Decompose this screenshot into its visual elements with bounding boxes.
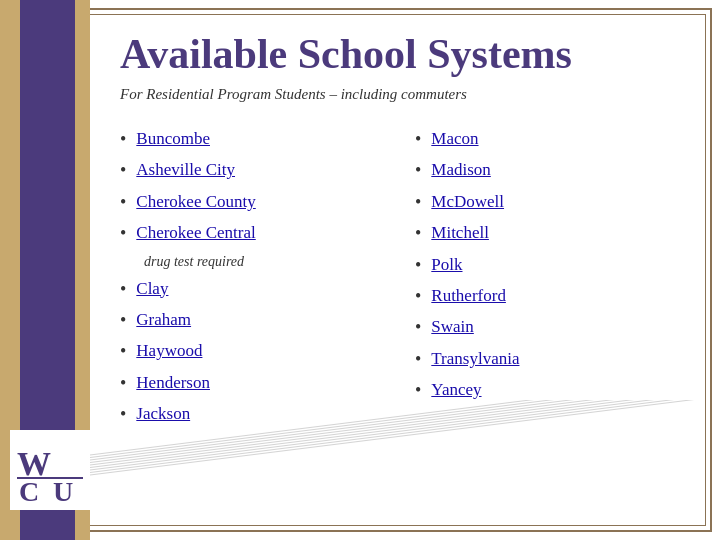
list-item: • Transylvania (415, 348, 690, 371)
bullet-icon: • (415, 159, 421, 182)
right-column: • Macon • Madison • McDowell • Mitchell … (405, 128, 690, 435)
yancey-link[interactable]: Yancey (431, 379, 481, 401)
bullet-icon: • (415, 379, 421, 402)
list-item: • Polk (415, 254, 690, 277)
macon-link[interactable]: Macon (431, 128, 478, 150)
bullet-icon: • (415, 285, 421, 308)
list-item: • Asheville City (120, 159, 395, 182)
haywood-link[interactable]: Haywood (136, 340, 202, 362)
subtitle: For Residential Program Students – inclu… (120, 86, 690, 103)
list-item: • Rutherford (415, 285, 690, 308)
cherokee-central-link[interactable]: Cherokee Central (136, 222, 255, 244)
clay-link[interactable]: Clay (136, 278, 168, 300)
list-item: • Swain (415, 316, 690, 339)
bullet-icon: • (120, 222, 126, 245)
bullet-icon: • (415, 191, 421, 214)
list-item: • Jackson (120, 403, 395, 426)
bullet-icon: • (415, 222, 421, 245)
bottom-list-group: • Clay • Graham • Haywood • Henderson • (120, 278, 395, 427)
bullet-icon: • (120, 403, 126, 426)
bullet-icon: • (415, 128, 421, 151)
logo: W C U (15, 433, 85, 508)
bullet-icon: • (120, 128, 126, 151)
list-item: • Cherokee County (120, 191, 395, 214)
list-item: • Clay (120, 278, 395, 301)
list-item: • Henderson (120, 372, 395, 395)
list-item: • Yancey (415, 379, 690, 402)
list-item: • Macon (415, 128, 690, 151)
top-list-group: • Buncombe • Asheville City • Cherokee C… (120, 128, 395, 246)
mcdowell-link[interactable]: McDowell (431, 191, 504, 213)
list-item: • Madison (415, 159, 690, 182)
left-column: • Buncombe • Asheville City • Cherokee C… (120, 128, 405, 435)
right-list-group: • Macon • Madison • McDowell • Mitchell … (415, 128, 690, 403)
main-content: Available School Systems For Residential… (90, 0, 720, 540)
svg-text:U: U (53, 476, 73, 503)
list-item: • Mitchell (415, 222, 690, 245)
cherokee-county-link[interactable]: Cherokee County (136, 191, 255, 213)
bullet-icon: • (415, 254, 421, 277)
henderson-link[interactable]: Henderson (136, 372, 210, 394)
columns-wrapper: • Buncombe • Asheville City • Cherokee C… (120, 128, 690, 435)
list-item: • McDowell (415, 191, 690, 214)
mitchell-link[interactable]: Mitchell (431, 222, 489, 244)
asheville-city-link[interactable]: Asheville City (136, 159, 235, 181)
bullet-icon: • (120, 340, 126, 363)
list-item: • Cherokee Central (120, 222, 395, 245)
bullet-icon: • (120, 309, 126, 332)
polk-link[interactable]: Polk (431, 254, 462, 276)
bullet-icon: • (415, 348, 421, 371)
madison-link[interactable]: Madison (431, 159, 491, 181)
bullet-icon: • (120, 372, 126, 395)
bullet-icon: • (415, 316, 421, 339)
list-item: • Graham (120, 309, 395, 332)
rutherford-link[interactable]: Rutherford (431, 285, 506, 307)
graham-link[interactable]: Graham (136, 309, 191, 331)
bullet-icon: • (120, 191, 126, 214)
swain-link[interactable]: Swain (431, 316, 474, 338)
buncombe-link[interactable]: Buncombe (136, 128, 210, 150)
bullet-icon: • (120, 278, 126, 301)
list-item: • Buncombe (120, 128, 395, 151)
svg-rect-3 (17, 477, 83, 479)
bullet-icon: • (120, 159, 126, 182)
list-item: • Haywood (120, 340, 395, 363)
logo-area: W C U (10, 430, 90, 510)
svg-text:C: C (19, 476, 39, 503)
page-title: Available School Systems (120, 30, 690, 78)
jackson-link[interactable]: Jackson (136, 403, 190, 425)
transylvania-link[interactable]: Transylvania (431, 348, 519, 370)
drug-note: drug test required (144, 254, 395, 270)
